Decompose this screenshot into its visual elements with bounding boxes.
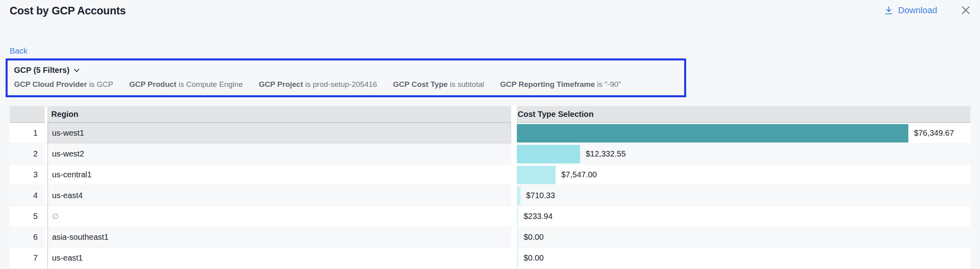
filter-list: GCP Cloud Provider is GCP GCP Product is… <box>14 80 678 89</box>
column-divider <box>511 227 517 248</box>
row-index: 3 <box>10 165 45 185</box>
cost-bar[interactable] <box>517 124 908 143</box>
table-body: 1 us-west1 $76,349.67 2 us-west2 $12,332… <box>10 123 970 269</box>
column-divider <box>511 185 517 206</box>
region-label: us-central1 <box>52 170 92 179</box>
filter-field: GCP Product <box>129 80 177 88</box>
filter-condition: is "-90" <box>595 80 621 88</box>
cost-value-label: $710.33 <box>526 191 555 200</box>
filter-field: GCP Reporting Timeframe <box>500 80 595 88</box>
table-row[interactable]: 4 us-east4 $710.33 <box>10 185 970 206</box>
cost-value-label: $76,349.67 <box>914 128 954 138</box>
region-label: us-east4 <box>52 191 83 200</box>
row-index: 1 <box>10 123 45 144</box>
filter-condition: is Compute Engine <box>177 80 243 88</box>
download-icon <box>884 6 894 15</box>
cost-bar[interactable] <box>517 249 518 267</box>
table-header-row: Region Cost Type Selection <box>10 106 970 123</box>
column-divider <box>511 123 517 144</box>
filter-item: GCP Project is prod-setup-205416 <box>259 80 377 89</box>
filter-field: GCP Project <box>259 80 303 88</box>
filter-condition: is subtotal <box>448 80 484 88</box>
table-row[interactable]: 6 asia-southeast1 $0.00 <box>10 227 970 248</box>
region-cell[interactable]: us-west2 <box>47 144 511 165</box>
value-cell[interactable]: $710.33 <box>517 185 970 206</box>
region-cell[interactable]: us-west1 <box>47 123 511 144</box>
row-index: 2 <box>10 144 45 165</box>
filter-summary-toggle[interactable]: GCP (5 Filters) <box>14 66 678 75</box>
row-index: 4 <box>10 185 45 206</box>
region-label: us-east1 <box>52 253 83 263</box>
region-cell[interactable]: us-east4 <box>47 185 511 206</box>
cost-table: Region Cost Type Selection 1 us-west1 $7… <box>10 106 970 269</box>
filter-field: GCP Cloud Provider <box>14 80 87 88</box>
filter-condition: is GCP <box>87 80 113 88</box>
cost-bar[interactable] <box>517 228 518 247</box>
cost-value-label: $0.00 <box>524 253 544 263</box>
filter-item: GCP Reporting Timeframe is "-90" <box>500 80 621 89</box>
row-index: 6 <box>10 227 45 248</box>
region-cell[interactable]: us-central1 <box>47 165 511 185</box>
region-label: ∅ <box>52 212 59 221</box>
chevron-down-icon <box>73 68 80 73</box>
filter-item: GCP Product is Compute Engine <box>129 80 243 89</box>
cost-value-label: $0.00 <box>524 233 544 242</box>
region-label: us-west2 <box>52 149 84 159</box>
page-title: Cost by GCP Accounts <box>10 5 126 17</box>
cost-value-label: $12,332.55 <box>586 149 626 159</box>
value-column-header[interactable]: Cost Type Selection <box>517 106 970 123</box>
column-divider <box>511 206 517 227</box>
row-index: 7 <box>10 248 45 269</box>
value-cell[interactable]: $76,349.67 <box>517 123 970 144</box>
value-cell[interactable]: $0.00 <box>517 248 970 269</box>
filter-summary-label: GCP (5 Filters) <box>14 66 70 75</box>
value-cell[interactable]: $12,332.55 <box>517 144 970 165</box>
region-label: asia-southeast1 <box>52 233 108 242</box>
region-cell[interactable]: us-east1 <box>47 248 511 269</box>
region-column-header[interactable]: Region <box>47 106 511 123</box>
download-label: Download <box>898 5 937 16</box>
cost-bar[interactable] <box>517 207 518 226</box>
region-cell[interactable]: asia-southeast1 <box>47 227 511 248</box>
value-cell[interactable]: $233.94 <box>517 206 970 227</box>
filter-item: GCP Cost Type is subtotal <box>393 80 484 89</box>
cost-value-label: $233.94 <box>524 212 552 221</box>
column-divider <box>511 165 517 185</box>
table-row[interactable]: 1 us-west1 $76,349.67 <box>10 123 970 144</box>
top-actions: Download <box>884 5 971 16</box>
cost-value-label: $7,547.00 <box>561 170 597 179</box>
column-divider <box>511 248 517 269</box>
filter-condition: is prod-setup-205416 <box>303 80 377 88</box>
back-link[interactable]: Back <box>10 46 27 56</box>
column-divider <box>511 144 517 165</box>
column-divider <box>511 106 517 123</box>
filter-panel: GCP (5 Filters) GCP Cloud Provider is GC… <box>6 58 686 97</box>
index-column-header <box>10 106 45 123</box>
region-cell[interactable]: ∅ <box>47 206 511 227</box>
region-label: us-west1 <box>52 128 84 138</box>
value-cell[interactable]: $0.00 <box>517 227 970 248</box>
value-cell[interactable]: $7,547.00 <box>517 165 970 185</box>
filter-field: GCP Cost Type <box>393 80 448 88</box>
filter-item: GCP Cloud Provider is GCP <box>14 80 113 89</box>
cost-bar[interactable] <box>517 166 556 184</box>
table-row[interactable]: 5 ∅ $233.94 <box>10 206 970 227</box>
row-index: 5 <box>10 206 45 227</box>
table-row[interactable]: 3 us-central1 $7,547.00 <box>10 165 970 185</box>
cost-bar[interactable] <box>517 145 580 163</box>
cost-bar[interactable] <box>517 187 520 205</box>
table-row[interactable]: 7 us-east1 $0.00 <box>10 248 970 269</box>
close-icon[interactable] <box>960 5 971 16</box>
download-button[interactable]: Download <box>884 5 937 16</box>
table-row[interactable]: 2 us-west2 $12,332.55 <box>10 144 970 165</box>
